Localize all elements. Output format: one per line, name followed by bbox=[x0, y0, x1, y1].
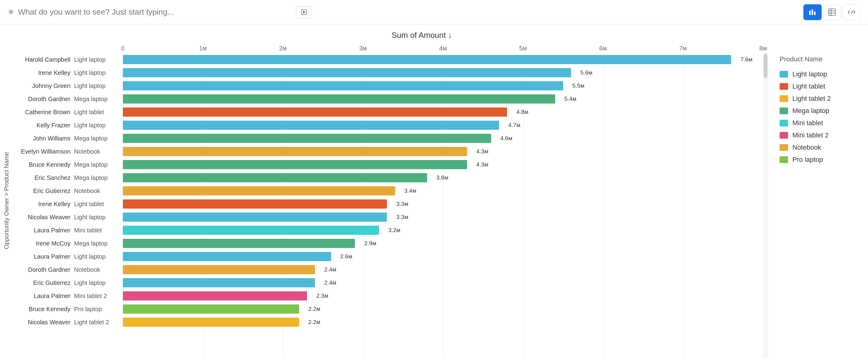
bar[interactable]: 4.3м bbox=[123, 147, 467, 156]
legend-item: Notebook bbox=[780, 141, 862, 153]
bar-row: 3.2м bbox=[123, 224, 763, 236]
bar-owner-name: Bruce Kennedy bbox=[13, 161, 74, 168]
bar-chart-icon bbox=[809, 8, 816, 16]
bar-row: 3.4м bbox=[123, 185, 763, 197]
bar-value-label: 5.4м bbox=[564, 95, 576, 102]
bar-row: 2.6м bbox=[123, 250, 763, 262]
bar-row: 7.6м bbox=[123, 53, 763, 66]
label-row: Laura PalmerMini tablet 2 bbox=[13, 290, 123, 302]
bar-owner-name: Laura Palmer bbox=[13, 227, 74, 234]
label-row: Johnny GreenLight laptop bbox=[13, 80, 123, 92]
legend-color-swatch bbox=[780, 95, 788, 102]
labels-area: Harold CampbellLight laptopIrene KelleyL… bbox=[13, 43, 123, 358]
svg-rect-5 bbox=[829, 9, 835, 16]
bar-product-name: Light laptop bbox=[74, 253, 123, 260]
bar-owner-name: Irene McCoy bbox=[13, 240, 74, 247]
bar-product-name: Mega laptop bbox=[74, 135, 123, 142]
bar-owner-name: Laura Palmer bbox=[13, 292, 74, 300]
bar-row: 5.6м bbox=[123, 66, 763, 79]
toolbar-actions bbox=[803, 4, 861, 20]
svg-rect-2 bbox=[809, 11, 811, 15]
bar-owner-name: Eric Sanchez bbox=[13, 174, 74, 181]
bar[interactable]: 2.3м bbox=[123, 291, 307, 301]
bar-value-label: 4.6м bbox=[500, 135, 512, 142]
bar[interactable]: 3.3м bbox=[123, 199, 387, 208]
label-row: Doroth GardnerMega laptop bbox=[13, 93, 123, 105]
bar[interactable]: 2.4м bbox=[123, 278, 315, 287]
bar-product-name: Mega laptop bbox=[74, 174, 123, 181]
bar-product-name: Pro laptop bbox=[74, 306, 123, 313]
chart-view-button[interactable] bbox=[803, 4, 822, 20]
bar-value-label: 7.6м bbox=[741, 56, 752, 63]
bar[interactable]: 3.8м bbox=[123, 173, 427, 182]
label-row: Eric GutierrezLight laptop bbox=[13, 277, 123, 289]
bar[interactable]: 3.4м bbox=[123, 186, 395, 195]
bar[interactable]: 2.9м bbox=[123, 239, 355, 248]
terminal-icon bbox=[847, 8, 856, 16]
bar-product-name: Light laptop bbox=[74, 69, 123, 76]
scrollbar-thumb[interactable] bbox=[764, 53, 767, 78]
play-button[interactable] bbox=[296, 6, 312, 18]
label-row: Laura PalmerMini tablet bbox=[13, 224, 123, 236]
bar[interactable]: 3.3м bbox=[123, 213, 387, 222]
bar-value-label: 3.2м bbox=[389, 227, 400, 233]
label-row: Irene McCoyMega laptop bbox=[13, 237, 123, 250]
bar-owner-name: Laura Palmer bbox=[13, 253, 74, 260]
bar[interactable]: 4.3м bbox=[123, 160, 467, 169]
label-row: Kelly FrazierLight laptop bbox=[13, 119, 123, 131]
label-row: Harold CampbellLight laptop bbox=[13, 53, 123, 66]
bar[interactable]: 4.7м bbox=[123, 121, 499, 130]
bar-owner-name: Irene Kelley bbox=[13, 69, 74, 76]
bar-row: 4.7м bbox=[123, 119, 763, 131]
legend-item: Pro laptop bbox=[780, 153, 862, 166]
bar-product-name: Light tablet bbox=[74, 201, 123, 208]
bar[interactable]: 4.8м bbox=[123, 108, 507, 117]
bar[interactable]: 7.6м bbox=[123, 55, 731, 64]
bar-owner-name: Evelyn Williamson bbox=[13, 148, 74, 155]
legend-item: Light laptop bbox=[780, 68, 862, 80]
bar-value-label: 3.3м bbox=[396, 201, 408, 207]
legend-color-swatch bbox=[780, 71, 788, 78]
legend-item: Mega laptop bbox=[780, 105, 862, 117]
bar-row: 4.3м bbox=[123, 145, 763, 158]
bar-value-label: 2.6м bbox=[340, 253, 352, 260]
table-view-button[interactable] bbox=[823, 4, 841, 20]
bar-owner-name: Eric Gutierrez bbox=[13, 279, 74, 286]
bar-value-label: 3.3м bbox=[396, 214, 408, 221]
code-view-button[interactable] bbox=[842, 4, 861, 20]
bars-area: 01м2м3м4м5м6м7м8м 7.6м5.6м5.5м5.4м4.8м4.… bbox=[123, 43, 763, 358]
bar-value-label: 2.4м bbox=[324, 266, 336, 273]
chart-main: Opportunity Owner > Product Name Harold … bbox=[0, 43, 868, 358]
bar-row: 2.4м bbox=[123, 263, 763, 276]
bar[interactable]: 2.2м bbox=[123, 304, 299, 314]
bar-owner-name: Nicolas Weaver bbox=[13, 214, 74, 221]
bar-product-name: Mega laptop bbox=[74, 240, 123, 247]
bar[interactable]: 5.4м bbox=[123, 94, 555, 104]
bar[interactable]: 5.6м bbox=[123, 68, 571, 77]
bar[interactable]: 5.5м bbox=[123, 81, 563, 90]
bar-row: 5.5м bbox=[123, 80, 763, 92]
label-row: Bruce KennedyMega laptop bbox=[13, 159, 123, 171]
bar-product-name: Light tablet 2 bbox=[74, 319, 123, 326]
bar-row: 3.8м bbox=[123, 172, 763, 184]
bar-row: 2.2м bbox=[123, 303, 763, 315]
top-bar: ✳ bbox=[0, 0, 868, 24]
bar[interactable]: 2.2м bbox=[123, 317, 299, 327]
x-tick-label: 3м bbox=[359, 45, 367, 52]
search-area: ✳ bbox=[7, 6, 799, 18]
x-tick-label: 6м bbox=[599, 45, 607, 52]
legend-item: Mini tablet 2 bbox=[780, 129, 862, 141]
label-row: Catherine BrownLight tablet bbox=[13, 106, 123, 118]
bar[interactable]: 3.2м bbox=[123, 226, 379, 235]
bar-owner-name: Irene Kelley bbox=[13, 201, 74, 208]
bar-product-name: Mini tablet 2 bbox=[74, 292, 123, 300]
search-input[interactable] bbox=[18, 7, 292, 17]
bar[interactable]: 2.6м bbox=[123, 252, 331, 261]
bar-value-label: 2.9м bbox=[364, 240, 376, 247]
bar-value-label: 4.8м bbox=[517, 109, 528, 115]
bar[interactable]: 2.4м bbox=[123, 265, 315, 274]
bar-row: 3.3м bbox=[123, 211, 763, 223]
scrollbar[interactable] bbox=[763, 53, 768, 358]
bar-value-label: 3.8м bbox=[436, 174, 448, 181]
bar[interactable]: 4.6м bbox=[123, 134, 491, 143]
